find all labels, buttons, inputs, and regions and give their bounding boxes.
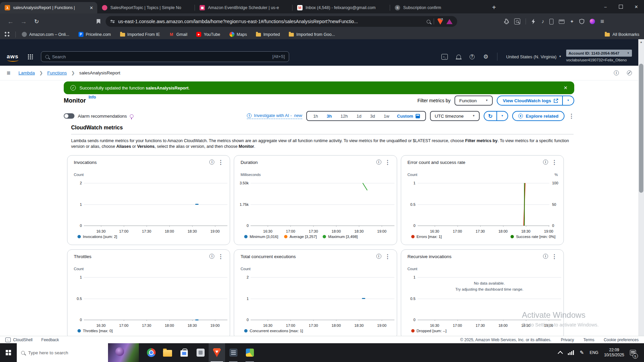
info-icon[interactable]: i	[543, 254, 548, 259]
split-chevron[interactable]: ▼	[562, 96, 574, 105]
tab-close-icon[interactable]: ✕	[89, 5, 94, 10]
search-highlight-image[interactable]	[108, 343, 139, 362]
investigate-with-ai-link[interactable]: i Investigate with AI - new	[247, 113, 302, 119]
help-icon[interactable]: ?	[470, 54, 475, 59]
file-explorer-icon[interactable]	[159, 343, 176, 362]
new-tab-button[interactable]: +	[492, 4, 496, 11]
bookmark-item[interactable]: Imported	[256, 32, 280, 37]
legend-item[interactable]: Maximum [3,498]	[323, 235, 358, 239]
settings-gear-icon[interactable]: ⚙	[483, 54, 488, 60]
maximize-button[interactable]	[613, 0, 629, 13]
feedback-button[interactable]: Feedback	[41, 338, 59, 342]
scrollbar-thumb[interactable]	[639, 64, 643, 193]
legend-item[interactable]: Dropped [sum: --]	[411, 329, 446, 333]
sparkle-icon[interactable]: ✦	[570, 19, 574, 24]
windows-ink-icon[interactable]: ✎	[580, 350, 584, 356]
language-indicator[interactable]: ENG	[590, 350, 598, 355]
time-range-1h[interactable]: 1h	[309, 114, 322, 119]
minimize-button[interactable]: –	[598, 0, 613, 13]
bookmark-item[interactable]: ▶YouTube	[196, 32, 220, 37]
music-note-icon[interactable]: ♪	[541, 18, 544, 24]
services-grid-icon[interactable]	[28, 54, 33, 59]
search-icon[interactable]	[427, 20, 430, 23]
network-icon[interactable]	[568, 350, 574, 355]
bookmark-item[interactable]: Imported From IE	[120, 32, 160, 37]
time-range-3h[interactable]: 3h	[322, 114, 336, 119]
all-bookmarks[interactable]: All Bookmarks	[605, 32, 639, 37]
bookmark-item[interactable]: Imported from Goo...	[289, 32, 335, 37]
legend-item[interactable]: Errors [max: 1]	[411, 235, 442, 239]
bookmark-item[interactable]: PPriceline.com	[78, 32, 111, 37]
legend-item[interactable]: Concurrent executions [max: 1]	[244, 329, 303, 333]
forward-icon[interactable]: →	[20, 18, 27, 25]
info-icon[interactable]: i	[209, 160, 214, 165]
legend-item[interactable]: Average [3,257]	[284, 235, 317, 239]
chrome-icon[interactable]	[143, 343, 159, 362]
refresh-options-chevron[interactable]: ▼	[496, 112, 508, 120]
kebab-menu-icon[interactable]: ⋮	[385, 159, 390, 166]
bookmark-item[interactable]: Maps	[229, 32, 247, 37]
start-button[interactable]	[0, 343, 17, 362]
extension-colorful-icon[interactable]	[590, 19, 595, 24]
refresh-button[interactable]: ↻ ▼	[484, 111, 508, 121]
filter-metrics-select[interactable]: Function ▼	[454, 96, 493, 106]
view-cloudwatch-logs-button[interactable]: View CloudWatch logs ▼	[497, 96, 574, 106]
time-range-1d[interactable]: 1d	[352, 114, 366, 119]
time-range-3d[interactable]: 3d	[366, 114, 379, 119]
url-bar[interactable]: us-east-1.console.aws.amazon.com/lambda/…	[106, 16, 457, 27]
account-id-dropdown[interactable]: Account ID: 1143-2054-9547 ▼	[566, 50, 632, 57]
aws-logo[interactable]: aws	[7, 53, 18, 60]
shield-check-icon[interactable]	[579, 19, 584, 24]
region-selector[interactable]: United States (N. Virginia) ▼	[506, 54, 561, 59]
timezone-select[interactable]: UTC timezone ▼	[430, 111, 480, 121]
reload-icon[interactable]: ↻	[34, 19, 39, 24]
info-icon[interactable]: i	[209, 254, 214, 259]
legend-item[interactable]: Throttles [max: 0]	[77, 329, 113, 333]
kebab-menu-icon[interactable]: ⋮	[218, 159, 223, 166]
site-permissions-icon[interactable]	[110, 20, 115, 22]
cookie-preferences-link[interactable]: Cookie preferences	[604, 338, 639, 342]
notepad-app-icon[interactable]	[225, 343, 241, 362]
bookmark-item[interactable]: Amazon.com – Onli...	[22, 32, 69, 37]
refresh-icon[interactable]: ↻	[484, 112, 496, 120]
photos-app-icon[interactable]	[192, 343, 209, 362]
url-text[interactable]: us-east-1.console.aws.amazon.com/lambda/…	[118, 19, 423, 24]
clock[interactable]: 22:09 10/15/2025	[604, 348, 624, 358]
kebab-menu-icon[interactable]: ⋮	[385, 253, 390, 260]
media-app-icon[interactable]	[241, 343, 258, 362]
time-range-1w[interactable]: 1w	[379, 114, 394, 119]
taskbar-search-input[interactable]: Type here to search	[17, 343, 108, 362]
custom-range-button[interactable]: Custom	[394, 114, 423, 119]
kebab-menu-icon[interactable]: ⋮	[551, 159, 557, 166]
notifications-bell-icon[interactable]	[457, 55, 461, 59]
info-icon[interactable]: i	[376, 254, 381, 259]
breadcrumb-lambda[interactable]: Lambda	[18, 70, 35, 75]
terms-link[interactable]: Terms	[583, 338, 594, 342]
info-icon[interactable]: i	[614, 70, 619, 75]
card-icon[interactable]	[559, 19, 565, 24]
alarm-recommendations-toggle[interactable]	[64, 113, 74, 119]
action-center[interactable]: 5	[630, 346, 640, 359]
puzzle-icon[interactable]	[503, 19, 509, 24]
browser-tab[interactable]: ▦Amazon EventBridge Scheduler | us-e	[195, 2, 292, 13]
brave-shield-icon[interactable]: 12	[437, 18, 443, 25]
legend-item[interactable]: Success rate [min: 0%]	[511, 235, 555, 239]
bookmark-icon[interactable]	[97, 19, 100, 24]
explore-related-button[interactable]: Explore related	[512, 111, 565, 121]
apps-grid-icon[interactable]	[5, 32, 10, 37]
page-scrollbar[interactable]: ▲ ▼	[638, 39, 644, 343]
nav-menu-icon[interactable]: ≡	[7, 69, 10, 77]
browser-menu-icon[interactable]: ≡	[600, 18, 604, 25]
browser-tab[interactable]: MInbox (4,548) - felixarogo@gmail.com	[292, 2, 390, 13]
cloudshell-button[interactable]: >_ CloudShell	[5, 338, 33, 342]
close-button[interactable]: ✕	[629, 0, 644, 13]
browser-tab[interactable]: SSubscription confirm	[390, 2, 487, 13]
privacy-link[interactable]: Privacy	[561, 338, 574, 342]
brave-browser-icon[interactable]	[209, 343, 225, 362]
info-icon[interactable]: i	[376, 160, 381, 165]
brave-rewards-icon[interactable]	[446, 19, 452, 24]
info-icon[interactable]: i	[543, 160, 548, 165]
legend-item[interactable]: Minimum [3,016]	[244, 235, 278, 239]
time-range-12h[interactable]: 12h	[336, 114, 352, 119]
browser-tab[interactable]: λsalesAnalysisReport | Functions |✕	[0, 2, 97, 13]
